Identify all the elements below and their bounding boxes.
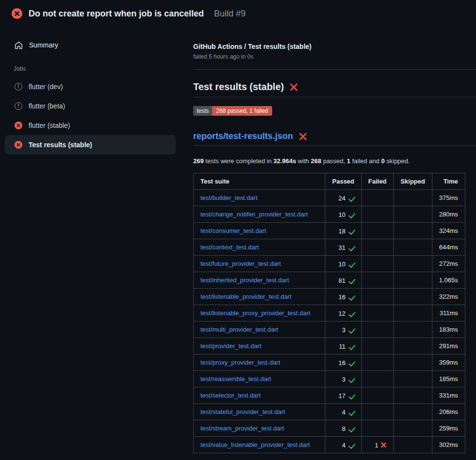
tests-badge[interactable]: tests 268 passed, 1 failed (193, 106, 272, 116)
status-line: failed 5 hours ago in 0s (193, 53, 476, 60)
section-title-text: Test results (stable) (193, 81, 284, 92)
job-label: flutter (beta) (29, 102, 65, 110)
check-icon (348, 294, 354, 300)
sidebar: Summary Jobs flutter (dev)flutter (beta)… (0, 27, 182, 154)
passed-count: 16 (338, 359, 345, 367)
suite-cell: test/builder_test.dart (194, 190, 325, 206)
failed-cell (361, 289, 394, 305)
passed-cell: 4 (325, 404, 362, 420)
check-icon (348, 442, 354, 448)
passed-count: 3 (342, 376, 345, 383)
report-title: reports/test-results.json (193, 131, 476, 146)
failed-cell (361, 190, 394, 206)
passed-count: 10 (338, 211, 345, 218)
suite-link[interactable]: test/selector_test.dart (200, 392, 261, 399)
table-row: test/multi_provider_test.dart3183ms (194, 322, 465, 338)
skipped-cell (394, 437, 432, 453)
divider (193, 69, 476, 70)
suite-link[interactable]: test/future_provider_test.dart (200, 260, 281, 267)
passed-count: 12 (338, 310, 345, 317)
summary-segment: skipped. (384, 157, 410, 165)
results-table-body: test/builder_test.dart24375mstest/change… (194, 190, 465, 453)
summary-segment: 32.964s (274, 157, 296, 165)
suite-link[interactable]: test/provider_test.dart (200, 342, 261, 350)
suite-link[interactable]: test/value_listenable_provider_test.dart (200, 441, 310, 448)
summary-segment: 269 (193, 157, 204, 165)
suite-link[interactable]: test/multi_provider_test.dart (200, 326, 278, 333)
time-cell: 185ms (432, 371, 465, 387)
time-cell: 280ms (432, 206, 465, 223)
suite-cell: test/value_listenable_provider_test.dart (194, 437, 325, 453)
report-link[interactable]: reports/test-results.json (193, 131, 293, 141)
passed-cell: 24 (325, 190, 362, 206)
jobs-section-label: Jobs (14, 65, 176, 72)
table-row: test/proxy_provider_test.dart16359ms (194, 354, 465, 371)
suite-link[interactable]: test/change_notifier_provider_test.dart (200, 211, 308, 218)
time-cell: 1.065s (432, 272, 465, 289)
skipped-cell (394, 371, 432, 387)
passed-cell: 16 (325, 354, 362, 371)
check-icon (348, 327, 354, 333)
summary-segment: 1 (347, 157, 350, 165)
passed-count: 24 (338, 195, 345, 202)
passed-count: 18 (338, 228, 345, 235)
table-row: test/reassemble_test.dart3185ms (194, 371, 465, 387)
failed-count: 1 (375, 442, 378, 449)
time-cell: 324ms (432, 223, 465, 239)
sidebar-job-item-4[interactable]: Test results (stable) (5, 135, 176, 154)
time-cell: 331ms (432, 387, 465, 404)
check-icon (348, 310, 354, 317)
passed-cell: 31 (325, 239, 362, 256)
passed-cell: 11 (325, 338, 362, 354)
suite-link[interactable]: test/inherited_provider_test.dart (200, 276, 289, 284)
table-header-row: Test suite Passed Failed Skipped Time (194, 173, 465, 190)
job-label: Test results (stable) (29, 141, 92, 149)
suite-cell: test/context_test.dart (194, 239, 325, 256)
alert-circle-icon (15, 83, 22, 91)
failed-cell (361, 272, 394, 289)
suite-cell: test/proxy_provider_test.dart (194, 354, 325, 371)
passed-cell: 3 (325, 371, 362, 387)
skipped-cell (394, 387, 432, 404)
sidebar-item-summary[interactable]: Summary (5, 39, 176, 51)
passed-count: 31 (338, 244, 345, 251)
passed-count: 8 (342, 425, 345, 432)
skipped-cell (394, 223, 432, 239)
summary-label: Summary (29, 41, 58, 49)
passed-count: 17 (338, 392, 345, 399)
sidebar-job-item-2[interactable]: flutter (beta) (5, 96, 176, 116)
suite-cell: test/future_provider_test.dart (194, 256, 325, 272)
check-icon (348, 261, 354, 267)
skipped-cell (394, 206, 432, 223)
suite-link[interactable]: test/stream_provider_test.dart (200, 425, 284, 432)
sidebar-job-item-3[interactable]: flutter (stable) (5, 116, 176, 135)
skipped-cell (394, 289, 432, 305)
suite-link[interactable]: test/consumer_test.dart (200, 227, 266, 234)
suite-link[interactable]: test/builder_test.dart (200, 194, 258, 201)
passed-cell: 17 (325, 387, 362, 404)
suite-link[interactable]: test/listenable_proxy_provider_test.dart (200, 309, 310, 317)
check-icon (348, 277, 354, 284)
passed-count: 10 (338, 261, 345, 268)
failed-cell (361, 338, 394, 354)
suite-link[interactable]: test/proxy_provider_test.dart (200, 359, 280, 366)
check-icon (348, 360, 354, 366)
failed-cell (361, 223, 394, 239)
main-content: GitHub Actions / Test results (stable) f… (182, 27, 476, 453)
time-cell: 322ms (432, 289, 465, 305)
suite-link[interactable]: test/stateful_provider_test.dart (200, 408, 285, 415)
jobs-list: flutter (dev)flutter (beta)flutter (stab… (5, 77, 176, 154)
sidebar-job-item-1[interactable]: flutter (dev) (5, 77, 176, 96)
layout: Summary Jobs flutter (dev)flutter (beta)… (0, 27, 476, 453)
table-row: test/value_listenable_provider_test.dart… (194, 437, 465, 453)
suite-link[interactable]: test/reassemble_test.dart (200, 375, 271, 383)
suite-link[interactable]: test/context_test.dart (200, 244, 259, 251)
passed-cell: 10 (325, 206, 362, 223)
check-icon (348, 212, 354, 218)
failed-cell: 1 (361, 437, 394, 453)
failed-cell (361, 371, 394, 387)
failed-x-icon (290, 83, 298, 91)
suite-cell: test/inherited_provider_test.dart (194, 272, 325, 289)
col-failed: Failed (361, 173, 394, 190)
suite-link[interactable]: test/listenable_provider_test.dart (200, 293, 292, 300)
